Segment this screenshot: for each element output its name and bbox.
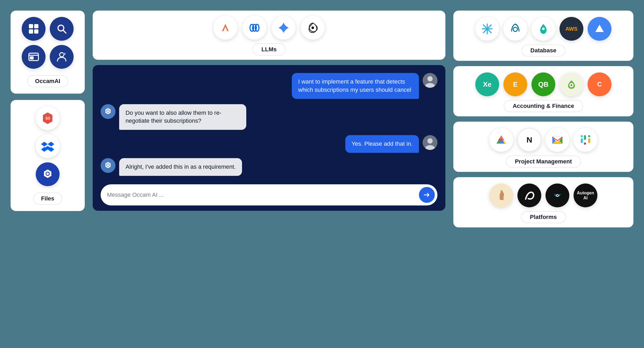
send-button[interactable] [419, 187, 435, 203]
chat-input-area [101, 184, 437, 205]
occamai-icons-grid [22, 17, 74, 69]
project-mgmt-label: Project Management [506, 155, 581, 168]
chargebee-icon[interactable]: C [588, 72, 611, 96]
browser-icon[interactable] [22, 45, 46, 69]
xero-icon[interactable]: Xe [475, 72, 499, 96]
llama-icon[interactable] [489, 184, 513, 207]
gdrive-icon[interactable] [489, 128, 513, 152]
svg-point-62 [557, 195, 558, 196]
svg-point-42 [513, 27, 517, 31]
files-card: S3 [11, 100, 85, 211]
svg-marker-13 [41, 142, 48, 146]
aws-icon[interactable]: AWS [560, 17, 583, 41]
quickbooks-icon[interactable]: QB [531, 72, 555, 96]
svg-text:S3: S3 [45, 116, 50, 120]
grid-icon[interactable] [22, 17, 46, 41]
message-row-bot-2: Alright, I've added this in as a require… [101, 158, 437, 176]
aws-s3-icon[interactable]: S3 [36, 106, 60, 130]
llm-icons-row [213, 16, 325, 40]
svg-point-43 [542, 28, 545, 30]
svg-rect-8 [30, 56, 34, 59]
watsonx-icon[interactable] [545, 184, 569, 207]
accounting-icons-row: Xe E QB [475, 72, 611, 96]
pinecone-icon[interactable] [531, 17, 555, 41]
openai-icon[interactable] [301, 16, 325, 40]
accounting-label: Accounting & Finance [504, 100, 583, 112]
mysql-icon[interactable] [503, 17, 527, 41]
occam-hex-icon[interactable] [36, 162, 60, 186]
database-card: AWS Database [453, 11, 633, 61]
svg-point-59 [500, 191, 503, 194]
notion-icon[interactable]: N [517, 128, 541, 152]
bot-avatar-2 [101, 158, 115, 173]
svg-marker-44 [595, 25, 604, 32]
chat-input[interactable] [107, 191, 416, 198]
occamai-card: OccamAI [11, 11, 85, 94]
tally-icon[interactable] [560, 72, 583, 96]
middle-column: LLMs I want to implement a feature that … [93, 11, 445, 211]
search-icon[interactable] [50, 17, 74, 41]
project-mgmt-card: N [453, 122, 633, 172]
svg-point-26 [427, 76, 433, 81]
gmail-icon[interactable] [545, 128, 569, 152]
svg-point-36 [107, 164, 109, 166]
project-mgmt-icons-row: N [489, 128, 597, 152]
svg-rect-56 [584, 143, 586, 145]
svg-point-32 [427, 138, 433, 144]
svg-line-5 [63, 30, 66, 33]
svg-point-9 [60, 53, 64, 57]
database-icons-row: AWS [475, 17, 611, 41]
chat-messages: I want to implement a feature that detec… [101, 73, 437, 176]
dropbox-icon[interactable] [36, 134, 60, 158]
svg-point-41 [486, 28, 489, 30]
svg-rect-55 [588, 138, 590, 143]
anthropic-icon[interactable] [213, 16, 237, 40]
lasso-icon[interactable] [517, 184, 541, 207]
svg-point-30 [107, 110, 109, 112]
llms-label: LLMs [252, 43, 285, 56]
user-avatar-2 [423, 135, 437, 150]
database-label: Database [521, 44, 565, 57]
left-column: OccamAI S3 [11, 11, 85, 211]
user-bubble-1: I want to implement a feature that detec… [292, 73, 419, 99]
accounting-card: Xe E QB [453, 66, 633, 116]
platforms-card: AutogenAI Platforms [453, 177, 633, 227]
svg-rect-1 [34, 24, 38, 28]
message-row-user-1: I want to implement a feature that detec… [101, 73, 437, 99]
platforms-icons-row: AutogenAI [489, 184, 597, 207]
autogen-icon[interactable]: AutogenAI [574, 184, 597, 207]
svg-marker-14 [48, 142, 54, 146]
svg-rect-58 [588, 135, 590, 137]
bot-bubble-2: Alright, I've added this in as a require… [119, 158, 242, 176]
user-avatar-1 [423, 73, 437, 88]
gcp-icon[interactable] [588, 17, 611, 41]
llms-card: LLMs [93, 11, 445, 60]
right-column: AWS Database Xe E [453, 11, 633, 227]
svg-rect-54 [584, 135, 586, 140]
bot-bubble-1: Do you want to also allow them to re-neg… [119, 104, 246, 130]
svg-marker-51 [498, 135, 504, 140]
snowflake-icon[interactable] [475, 17, 499, 41]
platforms-label: Platforms [521, 211, 566, 223]
epicor-icon[interactable]: E [503, 72, 527, 96]
chat-panel: I want to implement a feature that detec… [93, 65, 445, 211]
files-icons: S3 [36, 106, 60, 186]
user-icon[interactable] [50, 45, 74, 69]
message-row-bot-1: Do you want to also allow them to re-neg… [101, 104, 437, 130]
svg-point-46 [570, 84, 573, 86]
svg-rect-53 [581, 138, 583, 143]
svg-rect-2 [29, 29, 33, 34]
user-bubble-2: Yes. Please add that in. [345, 135, 419, 153]
bot-avatar-1 [101, 104, 115, 119]
main-layout: OccamAI S3 [11, 11, 633, 337]
message-row-user-2: Yes. Please add that in. [101, 135, 437, 153]
gemini-icon[interactable] [272, 16, 296, 40]
occamai-label: OccamAI [27, 75, 68, 87]
svg-rect-57 [581, 135, 583, 137]
svg-rect-3 [34, 29, 38, 34]
slack-icon[interactable] [574, 128, 597, 152]
files-label: Files [33, 193, 62, 205]
svg-point-20 [46, 172, 49, 175]
meta-icon[interactable] [243, 16, 266, 40]
svg-rect-0 [29, 24, 33, 28]
